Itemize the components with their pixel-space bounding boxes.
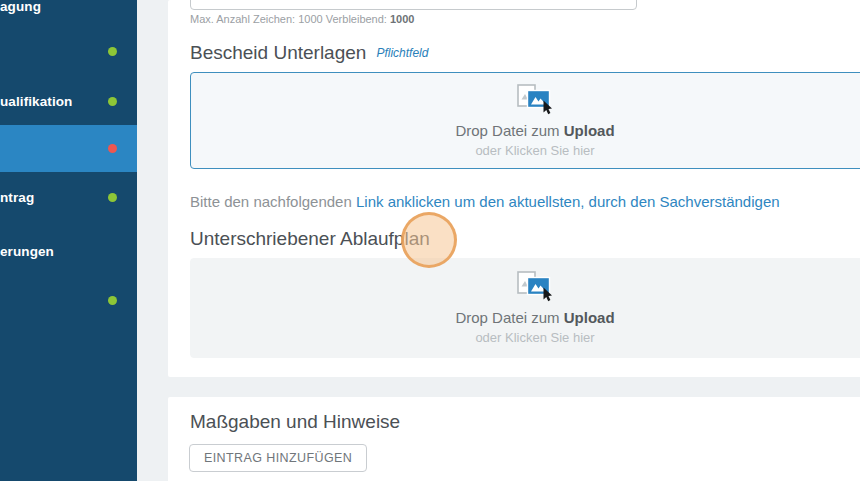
document-link[interactable]: Link anklicken um den aktuellsten, durch… [356,193,780,210]
form-card: Max. Anzahl Zeichen: 1000 Verbleibend: 1… [168,0,860,377]
sidebar-item-label: ualifikation [0,94,72,109]
sidebar-item-agung[interactable]: agung [0,0,137,30]
sidebar-item-active[interactable] [0,125,137,172]
status-ok-dot-icon [108,97,117,106]
status-ok-dot-icon [108,193,117,202]
drop-sublabel: oder Klicken Sie hier [475,143,594,158]
app-window: agung ualifikation ntrag erungen Max. An [0,0,860,481]
status-ok-dot-icon [108,296,117,305]
section-title-massgaben: Maßgaben und Hinweise [190,411,400,433]
text-input[interactable] [190,0,637,10]
sidebar-item-qualifikation[interactable]: ualifikation [0,78,137,125]
sidebar-item-antrag[interactable]: ntrag [0,174,137,221]
required-flag: Pflichtfeld [376,46,428,60]
sidebar-item-label: erungen [0,244,54,259]
sidebar-item-7[interactable] [0,277,137,324]
char-counter: Max. Anzahl Zeichen: 1000 Verbleibend: 1… [190,13,414,25]
dropzone-bescheid[interactable]: Drop Datei zum Upload oder Klicken Sie h… [190,72,860,169]
dropzone-ablaufplan[interactable]: Drop Datei zum Upload oder Klicken Sie h… [190,258,860,358]
sidebar-item-label: ntrag [0,190,34,205]
drop-sublabel: oder Klicken Sie hier [475,330,594,345]
add-entry-button[interactable]: EINTRAG HINZUFÜGEN [189,444,367,472]
drop-label: Drop Datei zum Upload [455,309,614,326]
sidebar-item-erungen[interactable]: erungen [0,228,137,275]
char-counter-remaining: 1000 [390,13,414,25]
status-ok-dot-icon [108,47,117,56]
massgaben-card: Maßgaben und Hinweise EINTRAG HINZUFÜGEN [168,397,860,481]
drop-label: Drop Datei zum Upload [455,122,614,139]
section-title-bescheid: Bescheid UnterlagenPflichtfeld [190,42,428,64]
sidebar-item-label: agung [0,0,41,14]
char-counter-text: Max. Anzahl Zeichen: 1000 Verbleibend: [190,13,390,25]
status-error-dot-icon [108,144,117,153]
sidebar: agung ualifikation ntrag erungen [0,0,137,481]
sidebar-item-2[interactable] [0,28,137,75]
section-title-ablaufplan: Unterschriebener Ablaufplan [190,228,430,250]
image-upload-cursor-icon [517,271,554,302]
instruction-line: Bitte den nachfolgenden Link anklicken u… [190,193,780,210]
image-upload-cursor-icon [517,84,554,115]
